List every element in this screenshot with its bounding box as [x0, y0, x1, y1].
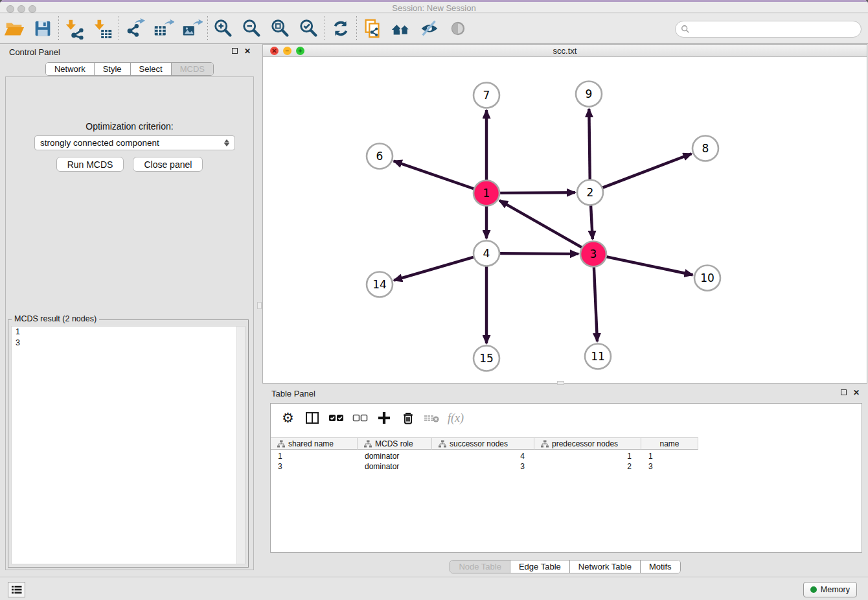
table-cell[interactable]: 3 [432, 461, 534, 472]
graph-node-4[interactable]: 4 [474, 241, 499, 266]
graph-edge-3-10[interactable] [606, 257, 693, 275]
table-panel-title: Table Panel [271, 389, 315, 398]
mcds-result-list[interactable]: 13 [11, 326, 246, 564]
graph-edge-2-8[interactable] [602, 154, 692, 188]
graph-edge-1-6[interactable] [394, 161, 474, 189]
column-header-MCDS-role[interactable]: MCDS role [358, 437, 432, 450]
table-cell[interactable]: 1 [534, 451, 641, 461]
home-icon[interactable] [387, 16, 415, 41]
network-window-titlebar[interactable]: ✕ − + scc.txt [263, 45, 867, 57]
tab-select[interactable]: Select [130, 63, 171, 75]
tab-style[interactable]: Style [94, 63, 130, 75]
graph-node-2[interactable]: 2 [577, 180, 603, 205]
table-panel: Table Panel ✕ ⚙ [262, 386, 868, 575]
network-graph[interactable]: 1234678910111415 [263, 57, 867, 383]
graph-node-6[interactable]: 6 [367, 144, 393, 169]
run-mcds-button[interactable]: Run MCDS [56, 157, 124, 172]
graph-node-8[interactable]: 8 [692, 136, 718, 161]
hide-details-icon[interactable] [415, 16, 444, 41]
memory-status-icon [810, 586, 817, 593]
graph-node-label: 4 [483, 247, 490, 260]
export-network-icon[interactable] [120, 16, 149, 41]
table-panel-tabs: Node TableEdge TableNetwork TableMotifs [450, 560, 680, 573]
table-cell[interactable]: 1 [271, 451, 358, 461]
clone-network-icon[interactable] [358, 16, 387, 41]
memory-button[interactable]: Memory [803, 582, 857, 597]
mcds-result-group: MCDS result (2 nodes) 13 [8, 319, 249, 568]
mcds-result-item[interactable]: 1 [12, 327, 245, 338]
table-cell[interactable]: 4 [432, 451, 534, 461]
delete-rows-icon[interactable] [396, 406, 420, 430]
graph-edge-1-2[interactable] [499, 192, 575, 193]
float-table-panel-icon[interactable] [839, 389, 847, 397]
zoom-selected-icon[interactable] [295, 16, 323, 41]
graph-node-7[interactable]: 7 [474, 83, 499, 108]
graph-edge-2-9[interactable] [589, 109, 589, 179]
graph-node-10[interactable]: 10 [694, 266, 720, 291]
tab-motifs[interactable]: Motifs [640, 560, 680, 573]
column-header-label: MCDS role [375, 439, 413, 448]
close-panel-icon[interactable]: ✕ [244, 48, 251, 56]
tab-node-table[interactable]: Node Table [450, 560, 510, 573]
table-cell[interactable]: 3 [641, 461, 698, 472]
save-session-icon[interactable] [29, 16, 57, 41]
memory-label: Memory [821, 585, 850, 594]
vertical-splitter-handle[interactable] [257, 302, 262, 309]
column-type-icon [541, 440, 549, 448]
open-session-icon[interactable] [0, 16, 29, 41]
refresh-view-icon[interactable] [326, 16, 355, 41]
table-cell[interactable]: dominator [358, 461, 432, 472]
add-row-icon[interactable] [372, 406, 396, 430]
task-history-button[interactable] [8, 582, 25, 597]
table-cell[interactable]: 3 [271, 461, 358, 472]
network-canvas[interactable]: 1234678910111415 [263, 57, 867, 383]
float-panel-icon[interactable] [231, 48, 238, 56]
search-input[interactable] [690, 24, 861, 35]
graph-node-9[interactable]: 9 [576, 82, 602, 107]
column-header-name[interactable]: name [641, 437, 698, 450]
graph-edge-3-11[interactable] [594, 267, 597, 341]
deselect-all-icon[interactable] [348, 406, 372, 430]
zoom-fit-icon[interactable] [266, 16, 295, 41]
mcds-result-scrollbar[interactable] [236, 327, 245, 564]
graph-edge-4-3[interactable] [499, 253, 578, 254]
tab-edge-table[interactable]: Edge Table [510, 560, 569, 573]
table-settings-icon[interactable]: ⚙ [276, 406, 300, 430]
optimization-criterion-value: strongly connected component [40, 138, 159, 148]
tab-network-table[interactable]: Network Table [569, 560, 640, 573]
zoom-in-icon[interactable] [209, 16, 238, 41]
show-details-icon[interactable] [444, 16, 472, 41]
import-table-icon[interactable] [89, 16, 117, 41]
table-cell[interactable]: 2 [534, 461, 641, 472]
graph-edge-2-3[interactable] [591, 205, 593, 239]
zoom-out-icon[interactable] [238, 16, 266, 41]
close-panel-button[interactable]: Close panel [133, 157, 203, 172]
split-view-icon[interactable] [300, 406, 324, 430]
network-window-title: scc.txt [263, 46, 867, 56]
graph-node-label: 8 [702, 142, 709, 155]
import-network-icon[interactable] [60, 16, 89, 41]
mcds-result-item[interactable]: 3 [12, 338, 245, 349]
window-titlebar: Session: New Session [0, 0, 868, 13]
close-table-panel-icon[interactable]: ✕ [852, 389, 860, 397]
graph-node-3[interactable]: 3 [580, 242, 606, 267]
graph-edge-3-1[interactable] [499, 200, 582, 248]
table-cell[interactable]: 1 [641, 451, 698, 461]
graph-node-1[interactable]: 1 [474, 181, 499, 206]
column-header-shared-name[interactable]: shared name [271, 437, 358, 450]
export-image-icon[interactable] [177, 16, 206, 41]
select-all-icon[interactable] [324, 406, 348, 430]
graph-edge-4-14[interactable] [394, 257, 474, 281]
tab-network[interactable]: Network [46, 63, 94, 75]
column-header-predecessor-nodes[interactable]: predecessor nodes [534, 437, 641, 450]
tab-mcds[interactable]: MCDS [171, 63, 213, 75]
horizontal-splitter-handle[interactable] [557, 381, 564, 385]
graph-node-11[interactable]: 11 [585, 344, 611, 369]
graph-node-14[interactable]: 14 [367, 272, 393, 297]
export-table-icon[interactable] [149, 16, 177, 41]
column-header-successor-nodes[interactable]: successor nodes [432, 437, 534, 450]
graph-node-15[interactable]: 15 [474, 346, 499, 371]
optimization-criterion-select[interactable]: strongly connected component [34, 135, 235, 150]
table-cell[interactable]: dominator [358, 451, 432, 461]
table-row: 3dominator323 [271, 461, 698, 472]
